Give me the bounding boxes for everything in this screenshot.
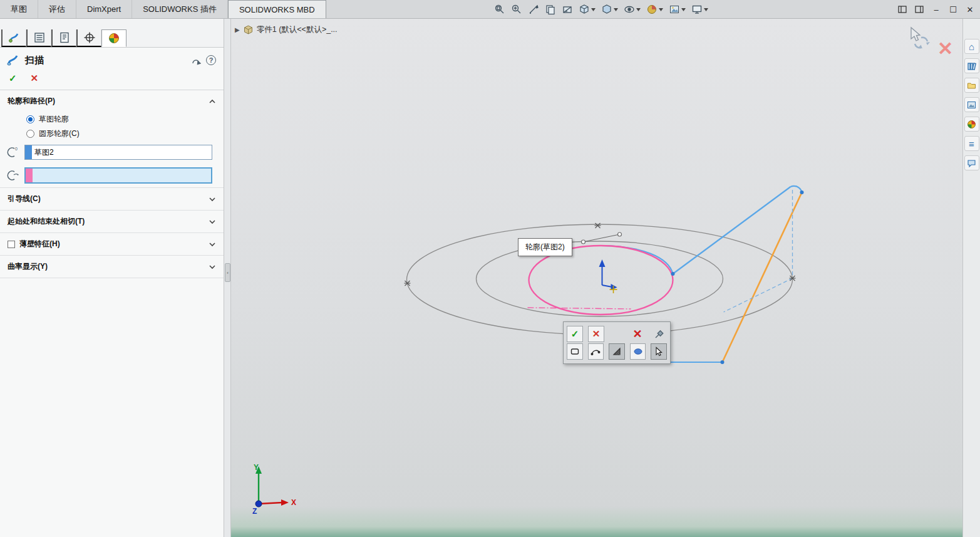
radio-circular-profile-label: 圆形轮廓(C) xyxy=(39,128,80,139)
panel-splitter[interactable]: ‹ xyxy=(224,19,231,537)
radio-button-selected[interactable] xyxy=(26,115,34,123)
select-closed-loop-icon xyxy=(570,347,580,357)
radio-circular-profile[interactable]: 圆形轮廓(C) xyxy=(0,127,224,141)
pm-actions: ✓ ✕ xyxy=(0,70,224,90)
forum-button[interactable] xyxy=(964,155,979,170)
section-curvature-header[interactable]: 曲率显示(Y) xyxy=(0,256,224,278)
chevron-down-icon xyxy=(659,8,663,11)
path-input[interactable] xyxy=(33,169,211,182)
profile-selection-chip xyxy=(25,145,32,159)
sketch-endpoints[interactable] xyxy=(653,190,804,364)
hide-show-items-button[interactable] xyxy=(622,2,642,17)
panel-tab-sweep-feature[interactable] xyxy=(1,29,26,47)
svg-text:X: X xyxy=(291,498,296,507)
section-tangency-header[interactable]: 起始处和结束处相切(T) xyxy=(0,211,224,233)
close-button[interactable]: ✕ xyxy=(962,3,977,16)
popup-cancel-button[interactable]: ✕ xyxy=(588,326,604,342)
maximize-button[interactable]: ☐ xyxy=(946,3,961,16)
properties-icon xyxy=(58,31,71,44)
pm-cancel-button[interactable]: ✕ xyxy=(31,73,39,84)
view-settings-button[interactable] xyxy=(689,2,710,17)
tab-evaluate[interactable]: 评估 xyxy=(38,0,76,18)
apply-scene-button[interactable] xyxy=(667,2,688,17)
display-style-button[interactable] xyxy=(599,2,620,17)
select-closed-loop-button[interactable] xyxy=(567,343,583,360)
minimize-button[interactable]: – xyxy=(929,3,944,16)
tab-solidworks-addins[interactable]: SOLIDWORKS 插件 xyxy=(132,0,228,18)
appearances-ball-icon xyxy=(967,120,976,129)
reference-triad: Y X Z xyxy=(247,461,304,524)
popup-ok-button[interactable]: ✓ xyxy=(567,326,583,342)
design-library-button[interactable] xyxy=(964,58,979,73)
standard-selection-button[interactable] xyxy=(651,343,667,360)
panel-tab-properties[interactable] xyxy=(51,29,76,47)
view-palette-button[interactable] xyxy=(964,97,979,112)
sketch-pencil-button[interactable] xyxy=(526,2,541,17)
svg-text:Z: Z xyxy=(252,507,257,516)
zoom-fit-button[interactable] xyxy=(492,2,507,17)
radio-button-unselected[interactable] xyxy=(26,130,34,138)
tree-expand-arrow[interactable]: ▶ xyxy=(235,26,240,33)
sketch-canvas[interactable] xyxy=(231,19,962,537)
file-explorer-button[interactable] xyxy=(964,78,979,93)
panel-top-strip xyxy=(0,19,224,28)
chevron-down-icon xyxy=(636,8,641,11)
view-orientation-button[interactable] xyxy=(577,2,597,17)
sketch-origin[interactable] xyxy=(599,259,617,290)
radio-sketch-profile[interactable]: 草图轮廓 xyxy=(0,112,224,127)
panel-tab-origin[interactable] xyxy=(76,29,101,47)
panel-tab-design-tree[interactable] xyxy=(26,29,51,47)
tab-dimxpert[interactable]: DimXpert xyxy=(76,0,132,18)
graphics-viewport[interactable]: ▶ 零件1 (默认<<默认>_... 轮廓(草图2) ✓ ✕ ✕ xyxy=(231,19,962,537)
section-thin-feature-label: 薄壁特征(H) xyxy=(19,239,60,249)
pane-left-button[interactable] xyxy=(895,3,910,16)
zoom-area-button[interactable] xyxy=(509,2,524,17)
pages-button[interactable] xyxy=(543,2,558,17)
section-thin-feature-header[interactable]: 薄壁特征(H) xyxy=(0,233,224,256)
popup-clear-all-button[interactable]: ✕ xyxy=(629,326,646,342)
sweep-feature-icon xyxy=(8,31,21,44)
tab-solidworks-mbd[interactable]: SOLIDWORKS MBD xyxy=(228,0,326,18)
home-button[interactable]: ⌂ xyxy=(964,39,979,54)
pane-right-button[interactable] xyxy=(912,3,927,16)
middle-ellipse-edge[interactable] xyxy=(477,241,723,316)
panel-tab-strip xyxy=(0,28,224,48)
pane-right-icon xyxy=(915,6,924,13)
image-icon xyxy=(967,100,976,110)
construction-line-diagonal[interactable] xyxy=(724,278,793,312)
custom-properties-button[interactable]: ≡ xyxy=(964,136,979,151)
pane-left-icon xyxy=(898,6,907,13)
pm-ok-button[interactable]: ✓ xyxy=(9,73,17,84)
help-icon[interactable]: ? xyxy=(206,55,216,65)
chevron-down-icon xyxy=(209,264,216,269)
keep-visible-pin-icon[interactable] xyxy=(191,55,201,65)
design-tree-icon xyxy=(33,31,46,44)
flyout-feature-tree[interactable]: ▶ 零件1 (默认<<默认>_... xyxy=(235,24,338,35)
selected-path-segment[interactable] xyxy=(723,192,802,362)
panel-tab-appearances[interactable] xyxy=(101,29,126,47)
select-region-button[interactable] xyxy=(630,343,646,360)
appearances-button[interactable] xyxy=(964,117,979,132)
profile-centerline[interactable] xyxy=(528,308,631,309)
section-guide-curves-header[interactable]: 引导线(C) xyxy=(0,188,224,211)
path-line-segment[interactable] xyxy=(673,187,791,274)
section-curvature-label: 曲率显示(Y) xyxy=(8,261,48,272)
standard-selection-icon xyxy=(654,347,664,357)
edit-appearance-button[interactable] xyxy=(644,2,665,17)
select-group-button[interactable] xyxy=(609,343,625,360)
section-view-button[interactable] xyxy=(560,2,575,17)
profile-input[interactable] xyxy=(32,145,212,159)
thin-feature-checkbox[interactable] xyxy=(8,241,15,248)
select-open-loop-icon xyxy=(591,347,601,357)
chevron-down-icon xyxy=(681,8,686,11)
select-open-loop-button[interactable] xyxy=(588,343,604,360)
tab-sketch[interactable]: 草图 xyxy=(0,0,38,18)
popup-pin-button[interactable] xyxy=(651,326,667,342)
splitter-handle[interactable]: ‹ xyxy=(225,263,230,282)
chevron-down-icon xyxy=(704,8,708,11)
popup-tool-row xyxy=(567,343,667,360)
select-group-icon xyxy=(612,347,622,357)
zoom-fit-icon xyxy=(494,4,505,15)
display-style-icon xyxy=(601,4,612,15)
section-profile-path-header[interactable]: 轮廓和路径(P) xyxy=(0,90,224,112)
